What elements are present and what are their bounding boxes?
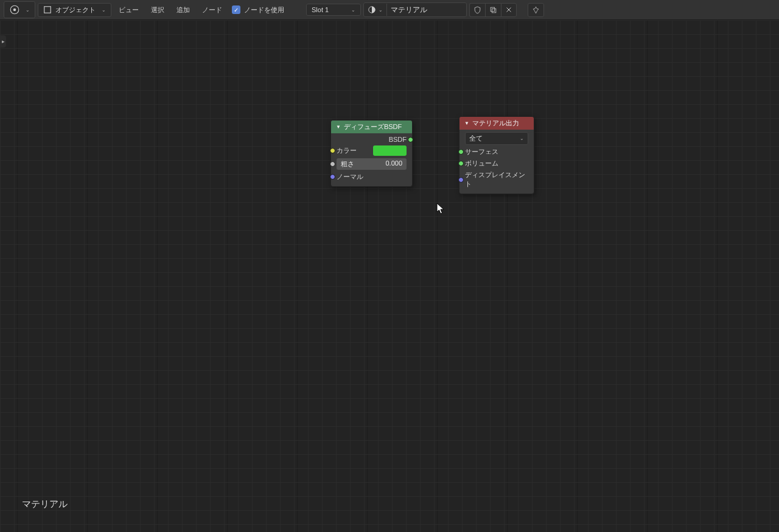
output-target-row: 全て ⌄ <box>461 131 532 146</box>
menu-node[interactable]: ノード <box>197 3 227 17</box>
shield-icon <box>473 6 481 14</box>
node-body: 全て ⌄ サーフェス ボリューム ディスプレイスメント <box>459 130 534 194</box>
socket-label: ボリューム <box>465 159 498 168</box>
input-socket-roughness[interactable] <box>330 161 335 167</box>
use-nodes-checkbox[interactable]: ✓ <box>232 5 240 14</box>
pin-icon <box>532 6 540 14</box>
svg-rect-4 <box>491 7 495 12</box>
object-mode-icon <box>43 5 52 14</box>
collapse-icon: ▼ <box>464 121 469 126</box>
socket-label: サーフェス <box>465 147 498 156</box>
input-socket-volume[interactable] <box>458 161 464 166</box>
chevron-down-icon: ⌄ <box>379 7 383 13</box>
input-socket-displacement[interactable] <box>458 177 464 183</box>
material-slot-dropdown[interactable]: Slot 1 ⌄ <box>306 4 361 16</box>
material-datablock: ⌄ <box>363 2 467 17</box>
shader-editor-icon <box>9 4 20 15</box>
mode-label: オブジェクト <box>55 5 96 15</box>
svg-rect-2 <box>44 7 51 13</box>
chevron-down-icon: ⌄ <box>102 7 106 13</box>
node-diffuse-bsdf[interactable]: ▼ ディフューズBSDF BSDF カラー 粗さ 0.000 <box>330 120 413 187</box>
fake-user-button[interactable] <box>469 3 485 17</box>
toolbar-expand-handle[interactable]: ▸ <box>0 35 6 47</box>
new-material-button[interactable] <box>485 3 501 17</box>
shading-mode-dropdown[interactable]: オブジェクト ⌄ <box>38 3 111 17</box>
menu-view[interactable]: ビュー <box>114 3 144 17</box>
socket-label: ディスプレイスメント <box>465 170 528 189</box>
node-editor-canvas[interactable]: ▸ ▼ ディフューズBSDF BSDF カラー 粗さ 0.000 <box>0 20 779 532</box>
color-swatch[interactable] <box>373 145 407 156</box>
editor-type-selector[interactable]: ⌄ <box>4 1 35 18</box>
field-label: 粗さ <box>341 159 354 169</box>
node-header[interactable]: ▼ マテリアル出力 <box>459 117 534 130</box>
use-nodes-label: ノードを使用 <box>244 5 284 15</box>
node-header[interactable]: ▼ ディフューズBSDF <box>331 121 412 133</box>
input-surface: サーフェス <box>461 146 532 158</box>
node-body: BSDF カラー 粗さ 0.000 ノーマル <box>331 133 412 186</box>
menu-add[interactable]: 追加 <box>172 3 195 17</box>
slot-label: Slot 1 <box>312 6 329 13</box>
socket-label: BSDF <box>389 136 407 143</box>
duplicate-icon <box>489 6 497 14</box>
menu-select[interactable]: 選択 <box>146 3 169 17</box>
output-bsdf: BSDF <box>333 135 410 144</box>
input-volume: ボリューム <box>461 158 532 169</box>
input-displacement: ディスプレイスメント <box>461 169 532 190</box>
input-socket-normal[interactable] <box>330 174 335 180</box>
chevron-down-icon: ⌄ <box>26 7 30 13</box>
active-material-label: マテリアル <box>22 499 68 510</box>
output-socket-bsdf[interactable] <box>408 137 413 142</box>
material-name-input[interactable] <box>387 3 466 16</box>
input-socket-color[interactable] <box>330 148 335 153</box>
mouse-cursor-icon <box>436 203 445 215</box>
chevron-down-icon: ⌄ <box>351 7 355 13</box>
input-socket-surface[interactable] <box>458 149 464 155</box>
collapse-icon: ▼ <box>336 124 341 130</box>
socket-label: カラー <box>337 146 357 155</box>
svg-point-1 <box>13 9 16 12</box>
node-title: ディフューズBSDF <box>344 122 402 131</box>
field-value: 0.000 <box>385 159 402 169</box>
material-icon <box>368 5 376 14</box>
output-target-dropdown[interactable]: 全て ⌄ <box>465 132 528 145</box>
node-material-output[interactable]: ▼ マテリアル出力 全て ⌄ サーフェス ボリューム ディスプレイスメント <box>459 116 534 194</box>
input-color: カラー <box>333 144 410 157</box>
node-title: マテリアル出力 <box>472 119 519 128</box>
unlink-material-button[interactable] <box>501 3 517 17</box>
input-roughness: 粗さ 0.000 <box>333 157 410 171</box>
input-normal: ノーマル <box>333 171 410 183</box>
shader-editor-header: ⌄ オブジェクト ⌄ ビュー 選択 追加 ノード ✓ ノードを使用 Slot 1… <box>0 0 779 20</box>
roughness-field[interactable]: 粗さ 0.000 <box>337 158 407 170</box>
material-browse-button[interactable]: ⌄ <box>364 4 387 16</box>
svg-rect-5 <box>492 9 496 12</box>
chevron-down-icon: ⌄ <box>520 136 524 141</box>
pin-button[interactable] <box>528 3 544 17</box>
close-icon <box>505 6 512 13</box>
target-label: 全て <box>469 134 483 143</box>
socket-label: ノーマル <box>337 172 363 181</box>
